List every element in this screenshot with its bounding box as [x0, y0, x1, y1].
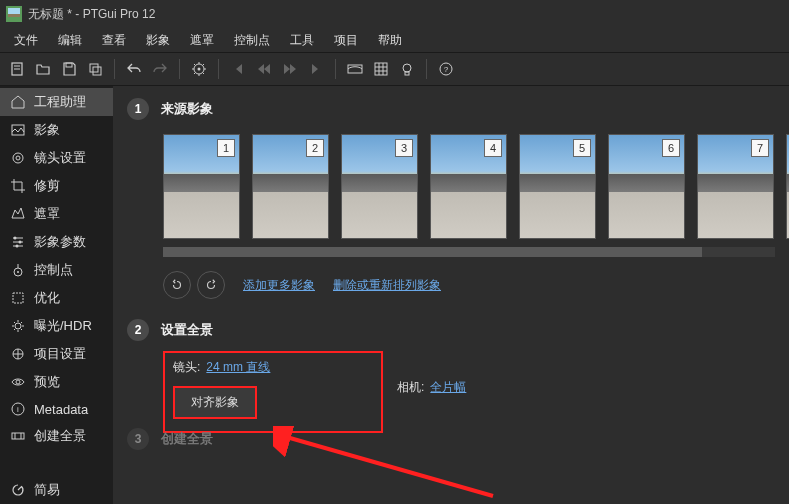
sidebar-item-lens[interactable]: 镜头设置 [0, 144, 113, 172]
align-images-button[interactable]: 对齐影象 [173, 386, 257, 419]
thumb-1[interactable]: 1 [163, 134, 240, 239]
menu-project[interactable]: 项目 [324, 30, 368, 51]
menu-file[interactable]: 文件 [4, 30, 48, 51]
sidebar-item-metadata[interactable]: iMetadata [0, 396, 113, 422]
svg-point-22 [17, 271, 19, 273]
svg-point-20 [16, 245, 19, 248]
sidebar-item-label: 修剪 [34, 177, 60, 195]
thumb-3[interactable]: 3 [341, 134, 418, 239]
svg-point-8 [198, 68, 201, 71]
new-icon[interactable] [6, 58, 28, 80]
sidebar-item-label: 遮罩 [34, 205, 60, 223]
thumb-badge: 7 [751, 139, 769, 157]
camera-value-link[interactable]: 全片幅 [430, 379, 466, 396]
sidebar-item-create-panorama[interactable]: 创建全景 [0, 422, 113, 450]
svg-rect-29 [12, 433, 24, 439]
panorama-icon[interactable] [344, 58, 366, 80]
sidebar-item-label: 创建全景 [34, 427, 86, 445]
sidebar-item-images[interactable]: 影象 [0, 116, 113, 144]
menu-controlpoints[interactable]: 控制点 [224, 30, 280, 51]
sidebar-item-exposure[interactable]: 曝光/HDR [0, 312, 113, 340]
toolbar: ? [0, 52, 789, 86]
step-3-number: 3 [127, 428, 149, 450]
sidebar-item-crop[interactable]: 修剪 [0, 172, 113, 200]
menu-view[interactable]: 查看 [92, 30, 136, 51]
menu-help[interactable]: 帮助 [368, 30, 412, 51]
step-3-title: 创建全景 [161, 430, 213, 448]
window-title: 无标题 * - PTGui Pro 12 [28, 6, 155, 23]
step-2-number: 2 [127, 319, 149, 341]
svg-rect-6 [93, 67, 101, 75]
thumb-badge: 6 [662, 139, 680, 157]
menubar: 文件 编辑 查看 影象 遮罩 控制点 工具 项目 帮助 [0, 28, 789, 52]
thumb-badge: 5 [573, 139, 591, 157]
svg-point-11 [403, 64, 411, 72]
remove-reorder-link[interactable]: 删除或重新排列影象 [333, 277, 441, 294]
lens-value-link[interactable]: 24 mm 直线 [206, 359, 270, 376]
skip-back-icon [227, 58, 249, 80]
thumb-badge: 1 [217, 139, 235, 157]
thumb-7[interactable]: 7 [697, 134, 774, 239]
menu-tools[interactable]: 工具 [280, 30, 324, 51]
step-1-number: 1 [127, 98, 149, 120]
menu-mask[interactable]: 遮罩 [180, 30, 224, 51]
svg-rect-2 [8, 14, 20, 17]
svg-point-17 [16, 156, 20, 160]
menu-edit[interactable]: 编辑 [48, 30, 92, 51]
svg-rect-5 [90, 64, 98, 72]
sidebar-item-project-settings[interactable]: 项目设置 [0, 340, 113, 368]
step-1-title: 来源影象 [161, 100, 213, 118]
step-2-title: 设置全景 [161, 321, 213, 339]
source-thumbnails: 1 2 3 4 5 6 7 8 [163, 134, 775, 239]
sidebar-item-label: 影象参数 [34, 233, 86, 251]
svg-text:?: ? [444, 65, 449, 74]
svg-rect-23 [13, 293, 23, 303]
sidebar-item-label: 曝光/HDR [34, 317, 92, 335]
settings-icon[interactable] [188, 58, 210, 80]
grid-icon[interactable] [370, 58, 392, 80]
svg-point-26 [16, 380, 20, 384]
thumb-4[interactable]: 4 [430, 134, 507, 239]
sidebar-item-label: 工程助理 [34, 93, 86, 111]
sidebar-item-optimize[interactable]: 优化 [0, 284, 113, 312]
undo-icon[interactable] [123, 58, 145, 80]
thumb-2[interactable]: 2 [252, 134, 329, 239]
sidebar-item-params[interactable]: 影象参数 [0, 228, 113, 256]
sidebar-item-simple[interactable]: 简易 [0, 476, 113, 504]
svg-text:i: i [17, 405, 19, 414]
lens-label: 镜头: [173, 359, 200, 376]
sidebar-item-label: 镜头设置 [34, 149, 86, 167]
forward-icon [279, 58, 301, 80]
thumbnail-scrollbar[interactable] [163, 247, 775, 257]
bulb-icon[interactable] [396, 58, 418, 80]
svg-point-18 [14, 237, 17, 240]
sidebar-item-assistant[interactable]: 工程助理 [0, 88, 113, 116]
thumb-badge: 4 [484, 139, 502, 157]
rotate-ccw-button[interactable] [163, 271, 191, 299]
sidebar-item-controlpoints[interactable]: 控制点 [0, 256, 113, 284]
open-icon[interactable] [32, 58, 54, 80]
sidebar: 工程助理 影象 镜头设置 修剪 遮罩 影象参数 控制点 优化 曝光/HDR 项目… [0, 86, 113, 504]
step-2-highlight-box: 镜头: 24 mm 直线 对齐影象 [163, 351, 383, 433]
sidebar-item-label: 控制点 [34, 261, 73, 279]
sidebar-item-mask[interactable]: 遮罩 [0, 200, 113, 228]
sidebar-item-label: 预览 [34, 373, 60, 391]
sidebar-item-label: Metadata [34, 402, 88, 417]
thumb-5[interactable]: 5 [519, 134, 596, 239]
thumb-6[interactable]: 6 [608, 134, 685, 239]
rotate-cw-button[interactable] [197, 271, 225, 299]
sidebar-item-label: 项目设置 [34, 345, 86, 363]
svg-point-19 [19, 241, 22, 244]
sidebar-item-preview[interactable]: 预览 [0, 368, 113, 396]
content-area: 1 来源影象 1 2 3 4 5 6 7 8 添加更多影象 删除或重新排列影象 … [113, 86, 789, 504]
svg-rect-10 [375, 63, 387, 75]
save-icon[interactable] [58, 58, 80, 80]
menu-image[interactable]: 影象 [136, 30, 180, 51]
redo-icon [149, 58, 171, 80]
add-more-images-link[interactable]: 添加更多影象 [243, 277, 315, 294]
help-icon[interactable]: ? [435, 58, 457, 80]
copy-icon[interactable] [84, 58, 106, 80]
scrollbar-thumb[interactable] [163, 247, 702, 257]
sidebar-item-label: 优化 [34, 289, 60, 307]
svg-point-16 [13, 153, 23, 163]
